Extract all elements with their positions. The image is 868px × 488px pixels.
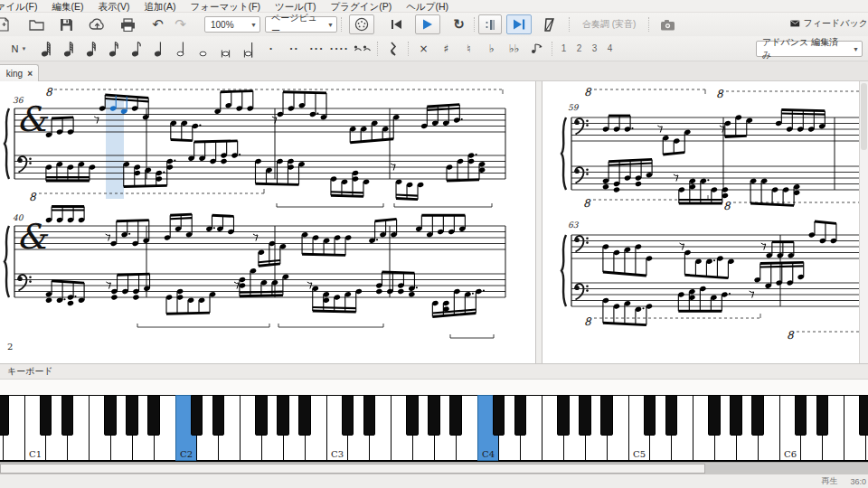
repeats-icon [485, 19, 495, 31]
note-whole-button[interactable] [193, 39, 215, 59]
open-button[interactable] [25, 14, 48, 34]
note-longa-button[interactable] [238, 39, 260, 59]
concert-pitch-button[interactable]: 合奏調 (実音) [582, 18, 636, 31]
rest-button[interactable] [382, 39, 404, 59]
vertical-scrollbar-thumb[interactable] [861, 83, 867, 150]
black-key[interactable] [191, 395, 203, 436]
chevron-down-icon: ▼ [245, 22, 257, 28]
image-capture-pen-button[interactable] [537, 14, 560, 34]
black-key[interactable] [449, 395, 462, 436]
toolbar-separator [648, 17, 649, 32]
menu-item[interactable]: ツール(T) [268, 0, 323, 13]
black-key[interactable] [579, 395, 591, 436]
double-sharp-button[interactable]: × [412, 39, 435, 59]
rewind-button[interactable] [385, 14, 408, 34]
voice-1-button[interactable]: 1 [556, 43, 571, 53]
close-icon[interactable]: × [27, 69, 33, 79]
redo-button[interactable]: ↷ [169, 14, 192, 34]
black-key[interactable] [0, 395, 9, 436]
black-key[interactable] [61, 395, 74, 436]
note-32nd-button[interactable] [80, 39, 102, 59]
black-key[interactable] [795, 395, 807, 436]
black-key[interactable] [40, 395, 52, 436]
menu-item[interactable]: ヘルプ(H) [399, 0, 456, 13]
cloud-upload-icon [89, 18, 106, 31]
black-key[interactable] [363, 395, 376, 436]
keyboard-panel-header[interactable]: キーボード [0, 363, 868, 380]
vertical-scrollbar[interactable] [859, 81, 868, 363]
midi-input-button[interactable] [349, 14, 374, 34]
menu-item[interactable]: 編集(E) [44, 0, 90, 13]
flat-button[interactable]: ♭ [480, 39, 503, 59]
black-key[interactable] [557, 395, 570, 436]
black-key[interactable] [277, 395, 289, 436]
black-key[interactable] [147, 395, 160, 436]
menu-item[interactable]: 表示(V) [90, 0, 137, 13]
piano-keyboard[interactable]: C1C2C3C4C5C6 [0, 395, 868, 462]
pan-playback-button[interactable] [506, 14, 532, 34]
augmentation-dot-button[interactable]: · [260, 39, 283, 59]
score-area[interactable]: &3688&405988886388 2 [0, 81, 868, 363]
natural-button[interactable]: ♮ [458, 39, 480, 59]
voice-4-button[interactable]: 4 [602, 43, 618, 53]
zoom-select[interactable]: 100% ▼ [204, 16, 260, 33]
save-button[interactable] [55, 14, 78, 34]
menu-item[interactable]: 追加(A) [137, 0, 183, 13]
black-key[interactable] [859, 395, 868, 436]
key-label: C5 [629, 449, 650, 459]
menu-item[interactable]: フォーマット(F) [183, 0, 268, 13]
voice-2-button[interactable]: 2 [571, 43, 587, 53]
note-128th-button[interactable] [34, 39, 57, 59]
measure-number: 63 [568, 221, 580, 230]
note-input-button[interactable]: N ▼ [4, 39, 34, 59]
play-button[interactable] [415, 14, 440, 34]
note-breve-button[interactable] [215, 39, 238, 59]
note-16th-button[interactable] [102, 39, 125, 59]
play-repeats-button[interactable] [478, 14, 502, 34]
black-key[interactable] [644, 395, 656, 436]
black-key[interactable] [104, 395, 117, 436]
save-online-button[interactable] [86, 14, 108, 34]
print-button[interactable] [117, 14, 139, 34]
note-64th-button[interactable] [57, 39, 80, 59]
toolbar-separator [552, 42, 552, 56]
black-key[interactable] [751, 395, 764, 436]
new-score-button[interactable] [0, 14, 14, 34]
loop-playback-button[interactable]: ↻ [448, 14, 470, 34]
note-8th-button[interactable] [125, 39, 147, 59]
double-dot-button[interactable]: ·· [283, 39, 306, 59]
quadruple-dot-button[interactable]: ···· [328, 39, 351, 59]
image-capture-button[interactable] [656, 14, 679, 34]
feedback-button[interactable]: フィードバック [790, 14, 868, 33]
black-key[interactable] [212, 395, 225, 436]
note-half-button[interactable] [170, 39, 193, 59]
voice-3-button[interactable]: 3 [587, 43, 602, 53]
tie-button[interactable] [351, 39, 373, 59]
black-key[interactable] [342, 395, 354, 436]
undo-button[interactable]: ↶ [146, 14, 169, 34]
black-key[interactable] [514, 395, 527, 436]
black-key[interactable] [730, 395, 742, 436]
score-tab[interactable]: king × [0, 64, 39, 81]
sharp-button[interactable]: ♯ [435, 39, 458, 59]
note-quarter-button[interactable] [147, 39, 170, 59]
view-mode-select[interactable]: ページビュー ▼ [265, 16, 337, 33]
black-key[interactable] [665, 395, 678, 436]
horizontal-scrollbar[interactable] [0, 462, 868, 474]
black-key[interactable] [708, 395, 721, 436]
menu-item[interactable]: ファイル(F) [0, 0, 44, 13]
workspace-select[interactable]: アドバンス 編集済み ▼ [756, 41, 863, 57]
menu-item[interactable]: プラグイン(P) [323, 0, 399, 13]
black-key[interactable] [406, 395, 419, 436]
flip-direction-button[interactable] [525, 39, 548, 59]
black-key[interactable] [428, 395, 440, 436]
double-flat-button[interactable]: ♭♭ [503, 39, 525, 59]
triple-dot-button[interactable]: ··· [306, 39, 328, 59]
black-key[interactable] [493, 395, 505, 436]
horizontal-scrollbar-thumb[interactable] [0, 464, 705, 474]
black-key[interactable] [126, 395, 138, 436]
black-key[interactable] [816, 395, 829, 436]
black-key[interactable] [298, 395, 311, 436]
black-key[interactable] [255, 395, 268, 436]
black-key[interactable] [600, 395, 613, 436]
